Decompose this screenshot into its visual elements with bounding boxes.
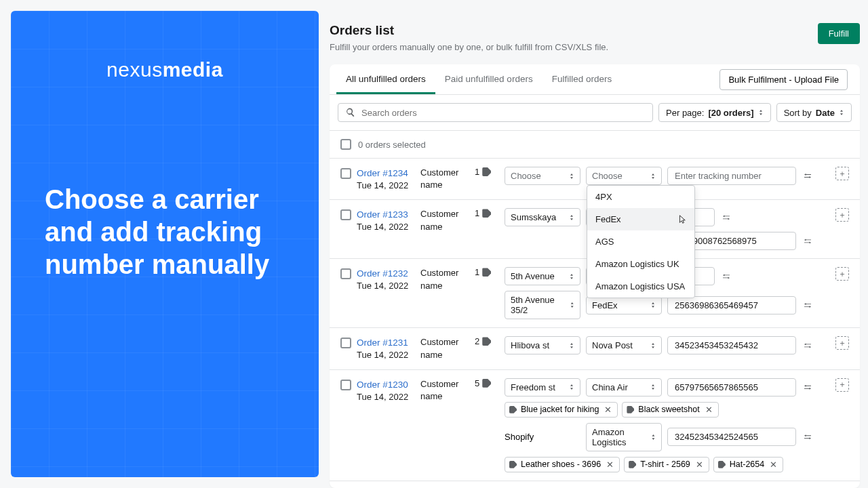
address-value: 5th Avenue — [511, 271, 555, 281]
tag-icon — [482, 379, 491, 388]
customer-name: Customer name — [420, 378, 469, 403]
caret-icon — [570, 302, 574, 308]
page-title: Orders list — [330, 23, 608, 38]
chip-remove-icon[interactable]: ✕ — [770, 460, 777, 470]
per-page-select[interactable]: Per page: [20 orders] — [658, 103, 771, 122]
bulk-upload-button[interactable]: Bulk Fulfilment - Upload File — [719, 69, 848, 90]
item-count: 5 — [475, 378, 499, 388]
search-icon — [345, 107, 356, 118]
tab-all-unfulfilled[interactable]: All unfulfilled orders — [336, 64, 435, 94]
promo-panel: nexusmedia Choose a carrier and add trac… — [11, 11, 319, 477]
reorder-icon[interactable] — [802, 299, 814, 311]
search-input[interactable] — [361, 108, 646, 118]
carrier-select[interactable]: Choose4PXFedExAGSAmazon Logistics UKAmaz… — [586, 167, 662, 185]
tag-icon — [718, 461, 726, 468]
address-select[interactable]: 5th Avenue 35/2 — [505, 291, 580, 319]
carrier-value: Amazon Logistics — [592, 427, 651, 447]
tag-icon — [482, 167, 491, 176]
customer-name: Customer name — [420, 267, 469, 291]
product-chip[interactable]: Leather shoes - 3696✕ — [505, 457, 620, 472]
reorder-icon[interactable] — [802, 170, 814, 182]
order-link[interactable]: Order #1231 — [357, 338, 408, 348]
address-value: 5th Avenue 35/2 — [511, 295, 570, 315]
search-input-wrap[interactable] — [338, 103, 653, 122]
chip-label: T-shirt - 2569 — [640, 460, 690, 469]
tag-icon — [482, 337, 491, 346]
carrier-select[interactable]: FedEx — [586, 296, 662, 314]
carrier-value: Choose — [592, 171, 623, 181]
fulfillment-line: ChooseChoose4PXFedExAGSAmazon Logistics … — [505, 167, 827, 185]
add-line-button[interactable]: ＋ — [835, 378, 849, 392]
order-link[interactable]: Order #1233 — [357, 209, 408, 220]
row-checkbox[interactable] — [340, 209, 351, 220]
row-checkbox[interactable] — [340, 168, 351, 179]
add-line-button[interactable]: ＋ — [835, 267, 849, 281]
product-chip[interactable]: Blue jacket for hiking✕ — [505, 402, 618, 418]
product-chip[interactable]: Hat-2654✕ — [713, 457, 783, 472]
tab-fulfilled[interactable]: Fulfilled orders — [542, 64, 622, 94]
product-chip[interactable]: Black sweetshot✕ — [622, 402, 718, 418]
tag-icon — [509, 461, 517, 468]
tag-icon — [629, 461, 636, 468]
carrier-select[interactable]: Nova Post — [586, 336, 662, 354]
perpage-label: Per page: — [666, 108, 704, 118]
chip-remove-icon[interactable]: ✕ — [696, 460, 703, 470]
carrier-select[interactable]: China Air — [586, 378, 662, 396]
address-select[interactable]: Freedom st — [505, 378, 580, 396]
tracking-input[interactable] — [667, 378, 796, 396]
tracking-input[interactable] — [667, 167, 796, 185]
add-line-button[interactable]: ＋ — [835, 208, 849, 222]
order-link[interactable]: Order #1230 — [357, 380, 408, 390]
dropdown-option[interactable]: FedEx — [587, 208, 694, 230]
reorder-icon[interactable] — [802, 340, 814, 352]
row-checkbox[interactable] — [340, 268, 351, 279]
sort-by-select[interactable]: Sort by Date — [776, 103, 852, 122]
item-count: 1 — [475, 208, 499, 218]
add-line-button[interactable]: ＋ — [835, 336, 849, 350]
dropdown-option[interactable]: Amazon Logistics UK — [587, 253, 694, 275]
tracking-input[interactable] — [667, 428, 796, 446]
address-select[interactable]: Hlibova st — [505, 336, 580, 354]
chip-remove-icon[interactable]: ✕ — [705, 405, 713, 415]
add-line-button[interactable]: ＋ — [835, 167, 849, 180]
caret-icon — [650, 174, 656, 179]
row-checkbox[interactable] — [340, 338, 351, 348]
order-link[interactable]: Order #1234 — [357, 168, 408, 178]
tracking-input[interactable] — [667, 296, 796, 314]
select-all-checkbox[interactable] — [340, 139, 351, 150]
sortby-label: Sort by — [784, 108, 812, 118]
dropdown-option[interactable]: AGS — [587, 230, 694, 253]
tag-icon — [482, 209, 491, 218]
option-label: Amazon Logistics UK — [595, 259, 679, 269]
reorder-icon[interactable] — [802, 381, 814, 393]
customer-name: Customer name — [420, 167, 469, 191]
fulfill-button[interactable]: Fulfill — [818, 23, 860, 44]
carrier-dropdown: 4PXFedExAGSAmazon Logistics UKAmazon Log… — [587, 185, 695, 298]
row-checkbox[interactable] — [340, 380, 351, 390]
address-value: Freedom st — [511, 382, 555, 392]
product-chips: Blue jacket for hiking✕Black sweetshot✕ — [505, 402, 827, 418]
reorder-icon[interactable] — [720, 211, 732, 224]
product-chip[interactable]: T-shirt - 2569✕ — [624, 457, 709, 472]
dropdown-option[interactable]: Amazon Logistics USA — [587, 275, 694, 298]
dropdown-option[interactable]: 4PX — [587, 186, 694, 208]
address-select[interactable]: Choose — [505, 167, 580, 185]
tab-paid-unfulfilled[interactable]: Paid unfulfilled orders — [435, 64, 542, 94]
order-link[interactable]: Order #1232 — [357, 268, 408, 279]
reorder-icon[interactable] — [720, 270, 732, 283]
fulfillment-line: Hlibova stNova Post — [505, 336, 827, 354]
chip-remove-icon[interactable]: ✕ — [604, 405, 612, 415]
reorder-icon[interactable] — [802, 235, 814, 247]
address-value: Choose — [511, 171, 541, 181]
item-count: 1 — [475, 167, 499, 177]
address-select[interactable]: 5th Avenue — [505, 267, 580, 285]
address-select[interactable]: Sumsskaya — [505, 208, 580, 226]
reorder-icon[interactable] — [802, 431, 814, 443]
selection-count: 0 orders selected — [358, 140, 426, 150]
page-subtitle: Fulfill your orders manually one by one,… — [330, 42, 608, 52]
item-count: 1 — [475, 267, 499, 277]
chip-remove-icon[interactable]: ✕ — [606, 460, 614, 470]
carrier-select[interactable]: Amazon Logistics — [586, 423, 662, 451]
order-date: Tue 14, 2022 — [357, 180, 415, 190]
tracking-input[interactable] — [667, 336, 796, 354]
